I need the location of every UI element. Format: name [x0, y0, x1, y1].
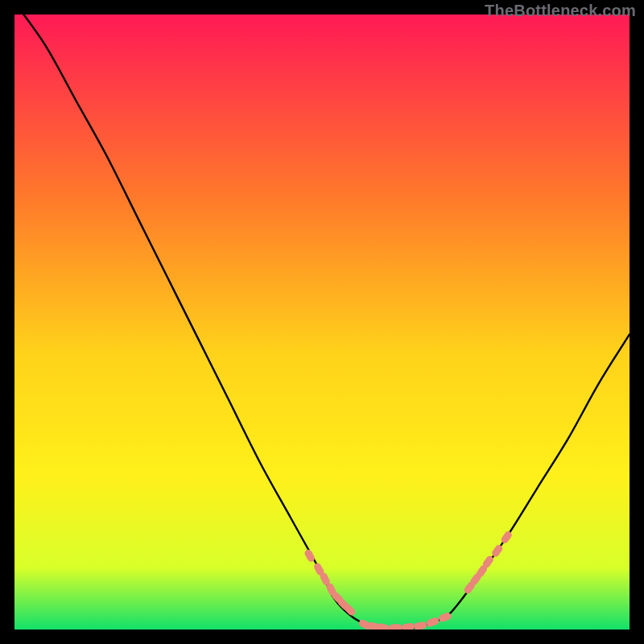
bottleneck-chart — [14, 14, 630, 630]
watermark-text: TheBottleneck.com — [485, 2, 636, 20]
chart-frame — [14, 14, 630, 630]
gradient-background — [14, 14, 630, 630]
data-marker — [390, 624, 402, 630]
